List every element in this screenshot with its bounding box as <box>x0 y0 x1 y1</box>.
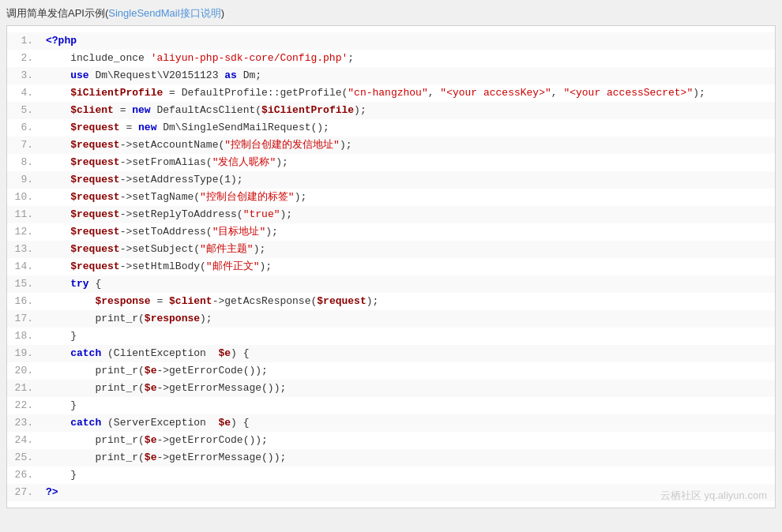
line-number: 14. <box>7 258 43 275</box>
code-token: new <box>132 104 150 116</box>
page-container: 调用简单发信API示例(SingleSendMail接口说明) 1.<?php2… <box>0 0 782 532</box>
code-token <box>46 156 70 168</box>
code-token: $client <box>169 295 212 307</box>
line-content: print_r($response); <box>43 310 775 328</box>
line-number: 1. <box>7 32 43 50</box>
code-token: $request <box>70 156 119 168</box>
line-number: 27. <box>7 484 43 501</box>
code-line: 22. } <box>7 397 775 414</box>
line-content: $request->setHtmlBody("邮件正文"); <box>43 258 775 275</box>
code-token: print_r( <box>46 434 145 446</box>
line-content: use Dm\Request\V20151123 as Dm; <box>43 67 775 84</box>
line-number: 16. <box>7 293 43 310</box>
code-token: , <box>428 87 441 99</box>
code-token: ->getErrorMessage()); <box>156 451 286 463</box>
code-line: 4. $iClientProfile = DefaultProfile::get… <box>7 84 775 102</box>
line-number: 21. <box>7 380 43 397</box>
code-token: "<your accessKey>" <box>440 87 551 99</box>
code-token: include_once <box>46 52 151 64</box>
code-line: 19. catch (ClientException $e) { <box>7 345 775 362</box>
line-content: } <box>43 466 775 484</box>
code-token <box>46 278 70 290</box>
code-token: ) { <box>231 347 249 359</box>
code-token: ->setTagName( <box>120 191 200 203</box>
line-content: } <box>43 397 775 414</box>
code-token: ); <box>276 156 288 168</box>
code-line: 12. $request->setToAddress("目标地址"); <box>7 223 775 241</box>
title-link[interactable]: SingleSendMail接口说明 <box>108 7 220 19</box>
line-number: 15. <box>7 275 43 293</box>
line-content: $request->setReplyToAddress("true"); <box>43 206 775 223</box>
code-token: ->setSubject( <box>120 243 200 255</box>
code-token: as <box>224 69 237 81</box>
code-token: DefaultAcsClient( <box>151 104 261 116</box>
code-token: $request <box>70 260 119 272</box>
code-token: print_r( <box>46 365 145 377</box>
code-token: <?php <box>46 35 77 47</box>
code-token: ->setFromAlias( <box>120 156 212 168</box>
code-token: $iClientProfile <box>261 104 354 116</box>
line-number: 12. <box>7 223 43 241</box>
line-content: print_r($e->getErrorCode()); <box>43 432 775 449</box>
code-line: 2. include_once 'aliyun-php-sdk-core/Con… <box>7 50 775 67</box>
code-token: print_r( <box>46 382 145 394</box>
code-token: $e <box>218 347 231 359</box>
code-token: print_r( <box>46 451 145 463</box>
line-content: print_r($e->getErrorMessage()); <box>43 449 775 466</box>
line-number: 19. <box>7 345 43 362</box>
code-token: ->getAcsResponse( <box>212 295 318 307</box>
code-token: $client <box>70 104 114 116</box>
code-token: $e <box>145 434 157 446</box>
code-token: $request <box>70 122 119 133</box>
code-token: try <box>70 278 88 290</box>
code-line: 17. print_r($response); <box>7 310 775 328</box>
code-token: ); <box>200 313 212 324</box>
code-token: ->setAddressType(1); <box>120 174 243 185</box>
code-token: $response <box>95 295 150 307</box>
line-number: 11. <box>7 206 43 223</box>
code-token: "<your accessSecret>" <box>563 87 693 99</box>
code-token: "目标地址" <box>212 226 266 238</box>
code-token <box>46 174 70 185</box>
code-token: ); <box>254 243 266 255</box>
line-number: 10. <box>7 189 43 206</box>
code-token: $response <box>145 313 200 324</box>
line-number: 8. <box>7 154 43 171</box>
line-number: 13. <box>7 241 43 258</box>
code-line: 24. print_r($e->getErrorCode()); <box>7 432 775 449</box>
line-number: 6. <box>7 119 43 137</box>
code-token: ); <box>259 260 272 272</box>
code-token: "发信人昵称" <box>212 156 276 168</box>
code-token: $request <box>70 174 119 185</box>
line-number: 24. <box>7 432 43 449</box>
code-token: = DefaultProfile::getProfile( <box>163 87 348 99</box>
code-token: (ClientException <box>101 347 218 359</box>
line-number: 9. <box>7 171 43 189</box>
code-token: "控制台创建的发信地址" <box>224 139 340 151</box>
code-token: 'aliyun-php-sdk-core/Config.php' <box>151 52 348 64</box>
line-content: include_once 'aliyun-php-sdk-core/Config… <box>43 50 775 67</box>
code-token: $e <box>145 365 157 377</box>
code-token: ->setReplyToAddress( <box>120 208 243 220</box>
code-token <box>46 226 70 238</box>
code-token <box>46 104 70 116</box>
line-content: catch (ServerException $e) { <box>43 414 775 432</box>
code-token: { <box>89 278 102 290</box>
code-token: $iClientProfile <box>70 87 163 99</box>
code-token: $request <box>70 191 119 203</box>
code-token <box>46 208 70 220</box>
code-token: ); <box>354 104 367 116</box>
code-token <box>46 347 70 359</box>
code-token: } <box>46 330 77 342</box>
code-line: 6. $request = new Dm\SingleSendMailReque… <box>7 119 775 137</box>
code-token: "控制台创建的标签" <box>200 191 295 203</box>
code-token: } <box>46 399 77 411</box>
code-line: 15. try { <box>7 275 775 293</box>
code-token: ?> <box>46 486 58 498</box>
code-token: ); <box>295 191 307 203</box>
line-content: $request->setFromAlias("发信人昵称"); <box>43 154 775 171</box>
code-line: 26. } <box>7 466 775 484</box>
code-line: 1.<?php <box>7 32 775 50</box>
code-line: 23. catch (ServerException $e) { <box>7 414 775 432</box>
code-token: Dm; <box>237 69 261 81</box>
